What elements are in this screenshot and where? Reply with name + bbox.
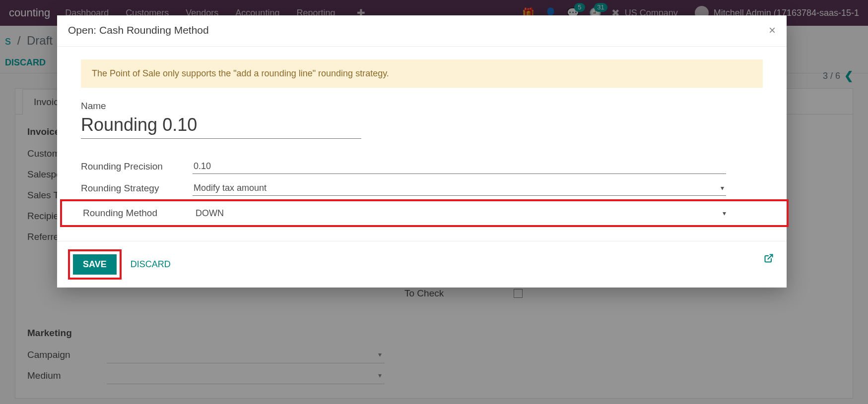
discard-button[interactable]: DISCARD: [131, 259, 171, 270]
svg-line-0: [768, 255, 772, 259]
method-label: Rounding Method: [83, 208, 195, 219]
method-select[interactable]: DOWN ▾: [195, 206, 728, 221]
precision-input[interactable]: [193, 159, 726, 174]
name-input[interactable]: [81, 115, 361, 139]
modal-title: Open: Cash Rounding Method: [68, 24, 209, 36]
highlight-save: SAVE: [68, 249, 122, 280]
cash-rounding-modal: Open: Cash Rounding Method × The Point o…: [57, 15, 787, 288]
method-value: DOWN: [196, 208, 224, 218]
precision-label: Rounding Precision: [81, 161, 193, 172]
save-button[interactable]: SAVE: [73, 254, 117, 275]
name-label: Name: [81, 101, 763, 112]
strategy-label: Rounding Strategy: [81, 183, 193, 194]
pos-warning-alert: The Point of Sale only supports the "add…: [81, 59, 763, 88]
caret-down-icon: ▾: [723, 209, 726, 217]
strategy-value: Modify tax amount: [194, 183, 267, 193]
caret-down-icon: ▾: [721, 184, 724, 192]
external-link-icon[interactable]: [764, 253, 774, 266]
strategy-select[interactable]: Modify tax amount ▾: [193, 181, 726, 196]
highlight-rounding-method: Rounding Method DOWN ▾: [60, 199, 789, 227]
close-icon[interactable]: ×: [769, 24, 776, 36]
